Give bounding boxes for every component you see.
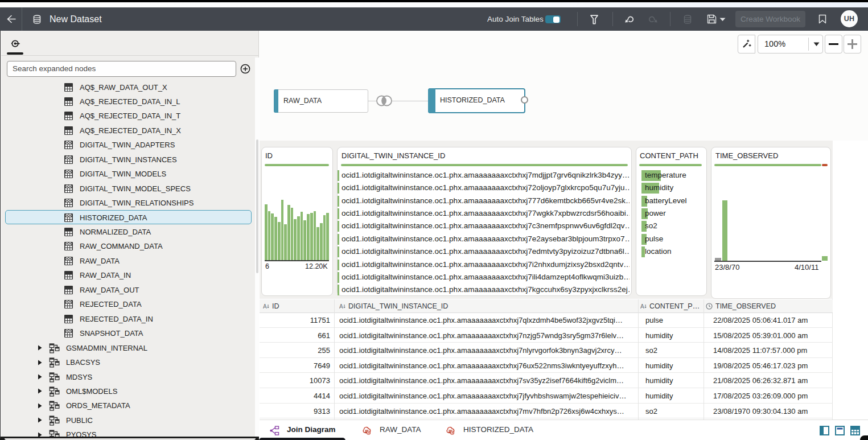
svg-text:A: A xyxy=(263,303,267,310)
svg-text:A: A xyxy=(640,303,644,310)
svg-text:A: A xyxy=(339,303,343,310)
